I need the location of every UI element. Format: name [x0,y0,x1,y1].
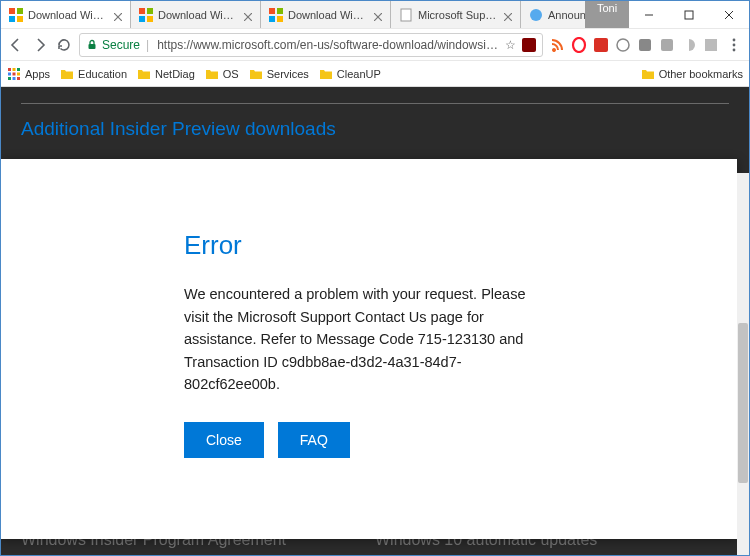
grey-extension-icon-4[interactable] [681,37,697,53]
apps-label: Apps [25,68,50,80]
window-titlebar: Download WindowsDownload WindowsDownload… [1,1,749,29]
bookmark-folder[interactable]: Education [60,68,127,80]
svg-rect-9 [147,16,153,22]
folder-icon [641,68,655,80]
extensions-row [549,37,719,53]
svg-rect-35 [705,39,717,51]
grey-extension-icon-5[interactable] [703,37,719,53]
tab-close-icon[interactable] [114,11,122,19]
faq-button[interactable]: FAQ [278,422,350,458]
svg-rect-25 [685,11,693,19]
svg-rect-15 [277,16,283,22]
tab-title: Download Windows [288,9,369,21]
folder-icon [60,68,74,80]
bookmark-folder-label: Education [78,68,127,80]
svg-rect-46 [13,77,16,80]
tab-close-icon[interactable] [244,11,252,19]
svg-rect-43 [13,72,16,75]
bookmark-folder-label: Services [267,68,309,80]
grey-extension-icon-3[interactable] [659,37,675,53]
forward-button[interactable] [31,36,49,54]
browser-tab[interactable]: Download Windows [1,1,131,28]
page-heading: Additional Insider Preview downloads [21,118,729,140]
svg-rect-33 [639,39,651,51]
svg-rect-34 [661,39,673,51]
vertical-scrollbar[interactable] [737,173,749,555]
svg-point-37 [733,43,736,46]
svg-rect-40 [13,68,16,71]
error-title: Error [184,230,554,261]
apps-grid-icon [7,67,21,81]
svg-rect-47 [17,77,20,80]
bookmark-folder[interactable]: Services [249,68,309,80]
bookmark-folder[interactable]: OS [205,68,239,80]
close-window-button[interactable] [709,1,749,28]
svg-rect-42 [8,72,11,75]
svg-rect-3 [17,16,23,22]
rss-extension-icon[interactable] [549,37,565,53]
tab-title: Download Windows [28,9,109,21]
tab-favicon-icon [9,8,23,22]
browser-tabs: Download WindowsDownload WindowsDownload… [1,1,585,28]
bookmarks-bar: Apps EducationNetDiagOSServicesCleanUP O… [1,61,749,87]
user-badge: Toni [585,1,629,28]
tab-favicon-icon [529,8,543,22]
svg-rect-13 [277,8,283,14]
svg-rect-31 [594,38,608,52]
apps-button[interactable]: Apps [7,67,50,81]
minimize-button[interactable] [629,1,669,28]
svg-rect-29 [522,38,536,52]
opera-extension-icon[interactable] [571,37,587,53]
browser-menu-button[interactable] [725,36,743,54]
svg-rect-12 [269,8,275,14]
close-button[interactable]: Close [184,422,264,458]
maximize-button[interactable] [669,1,709,28]
red-extension-icon[interactable] [593,37,609,53]
reload-button[interactable] [55,36,73,54]
tab-favicon-icon [269,8,283,22]
bookmark-star-icon[interactable]: ☆ [505,38,516,52]
svg-rect-41 [17,68,20,71]
browser-tab[interactable]: Microsoft Support [391,1,521,28]
secure-label: Secure [102,38,140,52]
tab-favicon-icon [399,8,413,22]
user-badge-label: Toni [597,2,617,14]
error-modal-content: Error We encountered a problem with your… [184,230,554,457]
svg-rect-39 [8,68,11,71]
browser-tab[interactable]: Download Windows [131,1,261,28]
divider [21,103,729,104]
svg-point-38 [733,48,736,51]
svg-rect-7 [147,8,153,14]
browser-toolbar: Secure | https://www.microsoft.com/en-us… [1,29,749,61]
other-bookmarks-label: Other bookmarks [659,68,743,80]
svg-rect-45 [8,77,11,80]
lock-icon [86,39,98,51]
tab-title: Download Windows [158,9,239,21]
scrollbar-thumb[interactable] [738,323,748,483]
bookmark-folder[interactable]: NetDiag [137,68,195,80]
browser-tab[interactable]: Download Windows [261,1,391,28]
svg-rect-2 [9,16,15,22]
tab-close-icon[interactable] [504,11,512,19]
svg-point-36 [733,38,736,41]
folder-icon [319,68,333,80]
back-button[interactable] [7,36,25,54]
bookmark-folder-label: CleanUP [337,68,381,80]
svg-point-21 [530,9,542,21]
extension-ublock-icon[interactable] [522,38,536,52]
svg-rect-0 [9,8,15,14]
svg-rect-1 [17,8,23,14]
browser-tab[interactable]: Announcing Windo [521,1,585,28]
grey-extension-icon-1[interactable] [615,37,631,53]
bookmark-folder[interactable]: CleanUP [319,68,381,80]
tab-close-icon[interactable] [374,11,382,19]
address-bar[interactable]: Secure | https://www.microsoft.com/en-us… [79,33,543,57]
svg-rect-14 [269,16,275,22]
svg-rect-28 [89,44,96,49]
svg-rect-8 [139,16,145,22]
secure-indicator: Secure | [86,38,151,52]
grey-extension-icon-2[interactable] [637,37,653,53]
bookmark-folder-label: NetDiag [155,68,195,80]
other-bookmarks-button[interactable]: Other bookmarks [641,68,743,80]
error-modal-buttons: Close FAQ [184,422,554,458]
